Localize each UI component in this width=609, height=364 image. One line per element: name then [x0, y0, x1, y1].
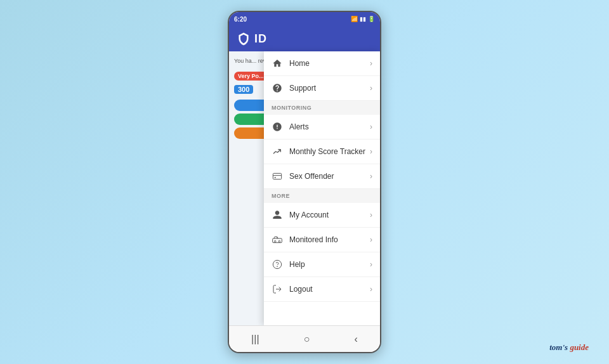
menu-item-monitored-info[interactable]: Monitored Info › [264, 228, 380, 252]
toms-guide-watermark: tom's guide [549, 342, 589, 353]
battery-icon: 🔋 [368, 16, 375, 22]
signal-icon: ▮▮ [360, 16, 366, 22]
monitored-info-chevron: › [370, 235, 372, 244]
bottom-nav: ||| ○ ‹ [229, 325, 380, 352]
app-logo: ID [237, 32, 267, 46]
logout-icon [272, 283, 283, 295]
menu-item-alerts[interactable]: Alerts › [264, 115, 380, 140]
monthly-score-chevron: › [370, 147, 372, 156]
sex-offender-icon [272, 171, 283, 182]
alerts-label: Alerts [289, 122, 370, 131]
nav-back[interactable]: ‹ [355, 334, 358, 345]
app-header: ID [229, 26, 380, 51]
menu-item-help[interactable]: Help › [264, 252, 380, 277]
more-section-label: MORE [264, 189, 380, 203]
svg-rect-5 [273, 238, 282, 243]
svg-point-7 [278, 240, 280, 242]
logout-label: Logout [289, 285, 370, 294]
logout-chevron: › [370, 285, 372, 294]
monthly-score-icon [272, 146, 283, 157]
monitored-info-icon [272, 234, 283, 245]
status-icons-group: 📶 ▮▮ 🔋 [351, 16, 375, 22]
svg-point-4 [275, 177, 276, 178]
home-label: Home [289, 59, 370, 68]
home-chevron: › [370, 59, 372, 68]
svg-point-6 [274, 240, 276, 242]
my-account-icon [272, 209, 283, 221]
wifi-icon: 📶 [351, 16, 358, 22]
menu-item-my-account[interactable]: My Account › [264, 203, 380, 228]
logo-text: ID [254, 32, 267, 46]
phone-frame: 6:20 📶 ▮▮ 🔋 ID You ha... review... Very … [228, 11, 381, 353]
drawer-menu: Home › Support › MONITORING Alerts › [264, 51, 380, 325]
home-icon [272, 58, 283, 69]
support-label: Support [289, 84, 370, 93]
sex-offender-chevron: › [370, 172, 372, 181]
monitored-info-label: Monitored Info [289, 235, 370, 244]
nav-home[interactable]: ○ [304, 334, 310, 345]
support-chevron: › [370, 84, 372, 93]
help-icon [272, 259, 283, 270]
my-account-label: My Account [289, 211, 370, 219]
status-time: 6:20 [234, 16, 247, 23]
help-label: Help [289, 260, 370, 269]
support-icon [272, 82, 283, 94]
sex-offender-label: Sex Offender [289, 172, 370, 181]
menu-item-monthly-score[interactable]: Monthly Score Tracker › [264, 140, 380, 164]
shield-icon [237, 32, 251, 46]
help-chevron: › [370, 260, 372, 269]
monitoring-section-label: MONITORING [264, 101, 380, 115]
svg-rect-2 [273, 173, 281, 179]
monthly-score-label: Monthly Score Tracker [289, 147, 370, 156]
score-number: 300 [234, 85, 253, 94]
nav-recent-apps[interactable]: ||| [251, 334, 259, 345]
menu-item-support[interactable]: Support › [264, 76, 380, 101]
menu-item-logout[interactable]: Logout › [264, 277, 380, 302]
svg-point-9 [273, 260, 281, 268]
score-badge: Very Po... [234, 72, 268, 81]
alerts-icon [272, 121, 283, 133]
menu-item-sex-offender[interactable]: Sex Offender › [264, 164, 380, 189]
alerts-chevron: › [370, 122, 372, 131]
status-bar: 6:20 📶 ▮▮ 🔋 [229, 12, 380, 26]
menu-item-home[interactable]: Home › [264, 51, 380, 76]
my-account-chevron: › [370, 211, 372, 219]
